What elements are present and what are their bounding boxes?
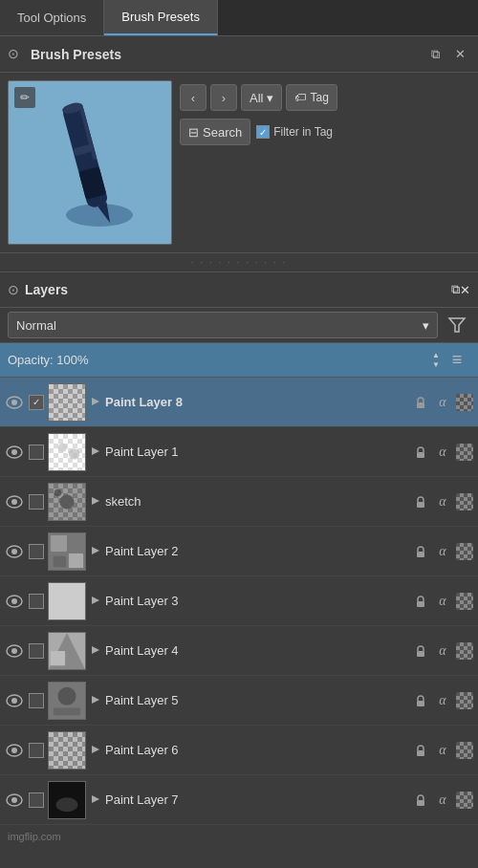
layer-check[interactable] (29, 594, 44, 609)
svg-rect-28 (417, 552, 424, 557)
layer-alpha-button[interactable]: α (433, 741, 452, 760)
layers-expand-button[interactable]: ⧉ (451, 282, 460, 297)
watermark: imgflip.com (0, 825, 478, 848)
svg-point-50 (56, 797, 78, 812)
layer-checker-button[interactable] (455, 443, 474, 462)
layer-actions: α (411, 592, 474, 611)
layer-lock-button[interactable] (411, 791, 430, 810)
layer-lock-button[interactable] (411, 641, 430, 661)
layer-lock-button[interactable] (411, 393, 430, 412)
layer-checker-button[interactable] (455, 641, 474, 661)
chevron-right-icon: › (222, 91, 226, 105)
brush-prev-button[interactable]: ‹ (180, 84, 206, 111)
brush-filter-dropdown[interactable]: All ▾ (241, 84, 282, 111)
brush-search-row: ⊟ Search ✓ Filter in Tag (180, 119, 470, 145)
opacity-decrease-button[interactable]: ▼ (428, 360, 444, 370)
layer-alpha-button[interactable]: α (433, 443, 452, 462)
tab-tool-options-label: Tool Options (17, 11, 86, 25)
layer-alpha-button[interactable]: α (433, 641, 452, 661)
layer-check[interactable] (29, 643, 44, 659)
layer-row[interactable]: Paint Layer 5α (0, 676, 478, 726)
layer-name: Paint Layer 4 (105, 643, 407, 658)
layers-filter-button[interactable] (444, 312, 470, 338)
svg-rect-16 (417, 452, 424, 458)
layer-checker-button[interactable] (455, 791, 474, 810)
brush-tag-button[interactable]: 🏷 Tag (286, 84, 337, 111)
brush-presets-lock-icon: ⊙ (8, 46, 25, 63)
layer-actions: α (411, 393, 474, 412)
layer-checker-button[interactable] (455, 393, 474, 412)
layer-check[interactable] (29, 544, 44, 559)
layer-row[interactable]: sketchα (0, 477, 478, 527)
chevron-down-icon: ▾ (267, 91, 273, 105)
layer-check[interactable] (29, 494, 44, 510)
brush-next-button[interactable]: › (210, 84, 237, 111)
layer-lock-button[interactable] (411, 443, 430, 462)
layer-alpha-button[interactable]: α (433, 592, 452, 611)
layer-type-icon (90, 545, 101, 558)
brush-presets-expand-button[interactable]: ⧉ (424, 44, 445, 65)
layer-checker-button[interactable] (455, 741, 474, 760)
layer-visibility-button[interactable] (4, 740, 25, 761)
tab-brush-presets[interactable]: Brush Presets (104, 0, 218, 35)
layer-type-icon (90, 396, 101, 409)
layer-row[interactable]: Paint Layer 7α (0, 775, 478, 825)
blend-mode-dropdown[interactable]: Normal ▾ (8, 312, 438, 338)
opacity-row: Opacity: 100% ▲ ▼ ≡ (0, 343, 478, 378)
layer-visibility-button[interactable] (4, 690, 25, 711)
layer-row[interactable]: Paint Layer 3α (0, 576, 478, 626)
layer-name: Paint Layer 5 (105, 693, 407, 707)
layer-check[interactable] (29, 792, 44, 808)
layer-alpha-button[interactable]: α (433, 492, 452, 511)
layer-lock-button[interactable] (411, 691, 430, 710)
layer-visibility-button[interactable] (4, 541, 25, 562)
brush-presets-close-button[interactable]: ✕ (449, 44, 470, 65)
layer-row[interactable]: ✓Paint Layer 8α (0, 378, 478, 427)
layer-row[interactable]: Paint Layer 2α (0, 527, 478, 576)
layer-alpha-button[interactable]: α (433, 393, 452, 412)
layers-close-button[interactable]: ✕ (460, 283, 470, 297)
layer-visibility-button[interactable] (4, 640, 25, 662)
brush-search-button[interactable]: ⊟ Search (180, 119, 250, 145)
layer-row[interactable]: Paint Layer 1α (0, 427, 478, 477)
layers-menu-button[interactable]: ≡ (444, 347, 470, 374)
layer-visibility-button[interactable] (4, 790, 25, 811)
layer-thumbnail (48, 682, 86, 720)
layer-visibility-button[interactable] (4, 392, 25, 413)
opacity-increase-button[interactable]: ▲ (428, 351, 444, 360)
layer-check[interactable] (29, 445, 44, 460)
layer-lock-button[interactable] (411, 592, 430, 611)
layer-checker-button[interactable] (455, 542, 474, 561)
layer-alpha-button[interactable]: α (433, 691, 452, 710)
layer-lock-button[interactable] (411, 741, 430, 760)
layer-visibility-button[interactable] (4, 442, 25, 463)
drag-handle[interactable]: · · · · · · · · · · · (0, 253, 478, 271)
layers-panel-header: ⊙ Layers ⧉ ✕ (0, 271, 478, 308)
layer-visibility-button[interactable] (4, 591, 25, 612)
svg-point-45 (11, 748, 17, 753)
layer-lock-button[interactable] (411, 542, 430, 561)
layer-check[interactable] (29, 743, 44, 758)
layer-checker-button[interactable] (455, 691, 474, 710)
layer-alpha-button[interactable]: α (433, 542, 452, 561)
layer-lock-button[interactable] (411, 492, 430, 511)
svg-rect-36 (51, 651, 65, 665)
brush-edit-button[interactable]: ✏ (14, 87, 35, 108)
layer-checker-button[interactable] (455, 592, 474, 611)
layer-alpha-button[interactable]: α (433, 791, 452, 810)
watermark-text: imgflip.com (8, 831, 61, 842)
layer-visibility-button[interactable] (4, 491, 25, 512)
layer-check[interactable]: ✓ (29, 395, 44, 410)
tab-tool-options[interactable]: Tool Options (0, 0, 104, 35)
layer-row[interactable]: Paint Layer 4α (0, 626, 478, 676)
blend-mode-arrow: ▾ (423, 318, 429, 333)
filter-in-tag-checkbox[interactable]: ✓ (256, 125, 270, 139)
svg-rect-31 (417, 601, 424, 607)
layer-type-icon (90, 595, 101, 608)
brush-presets-panel-header: ⊙ Brush Presets ⧉ ✕ (0, 36, 478, 73)
layer-name: Paint Layer 7 (105, 792, 407, 807)
layer-checker-button[interactable] (455, 492, 474, 511)
svg-rect-37 (417, 651, 424, 657)
layer-check[interactable] (29, 693, 44, 708)
layer-row[interactable]: Paint Layer 6α (0, 726, 478, 775)
